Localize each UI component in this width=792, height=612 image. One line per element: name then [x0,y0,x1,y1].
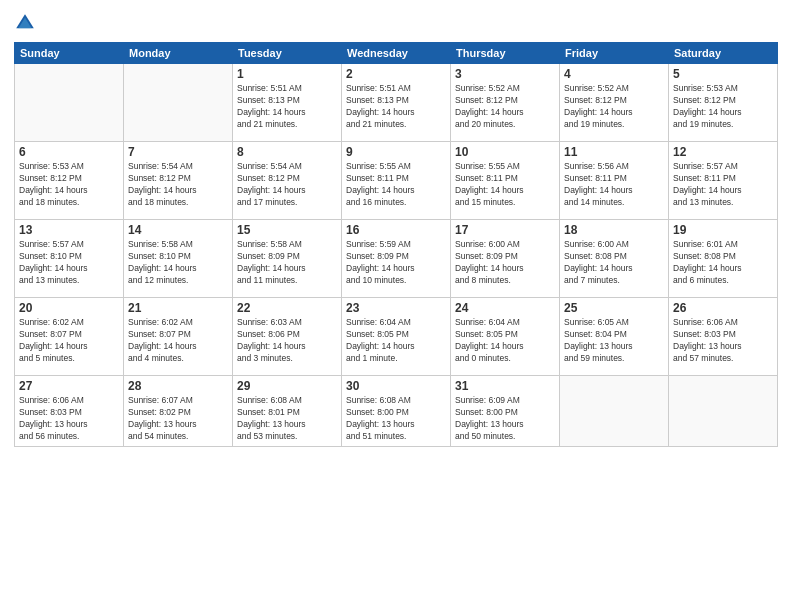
day-number: 13 [19,223,119,237]
calendar-week-row: 1Sunrise: 5:51 AM Sunset: 8:13 PM Daylig… [15,64,778,142]
calendar-cell: 31Sunrise: 6:09 AM Sunset: 8:00 PM Dayli… [451,376,560,447]
calendar-cell: 12Sunrise: 5:57 AM Sunset: 8:11 PM Dayli… [669,142,778,220]
calendar-cell: 30Sunrise: 6:08 AM Sunset: 8:00 PM Dayli… [342,376,451,447]
calendar-cell: 10Sunrise: 5:55 AM Sunset: 8:11 PM Dayli… [451,142,560,220]
day-number: 9 [346,145,446,159]
day-info: Sunrise: 6:04 AM Sunset: 8:05 PM Dayligh… [346,317,446,365]
weekday-header: Thursday [451,43,560,64]
weekday-header: Wednesday [342,43,451,64]
day-number: 25 [564,301,664,315]
day-number: 31 [455,379,555,393]
calendar-cell: 22Sunrise: 6:03 AM Sunset: 8:06 PM Dayli… [233,298,342,376]
calendar-cell: 5Sunrise: 5:53 AM Sunset: 8:12 PM Daylig… [669,64,778,142]
day-info: Sunrise: 6:05 AM Sunset: 8:04 PM Dayligh… [564,317,664,365]
day-info: Sunrise: 5:56 AM Sunset: 8:11 PM Dayligh… [564,161,664,209]
calendar-cell: 21Sunrise: 6:02 AM Sunset: 8:07 PM Dayli… [124,298,233,376]
day-number: 4 [564,67,664,81]
day-info: Sunrise: 6:02 AM Sunset: 8:07 PM Dayligh… [128,317,228,365]
calendar-cell: 23Sunrise: 6:04 AM Sunset: 8:05 PM Dayli… [342,298,451,376]
weekday-header: Friday [560,43,669,64]
calendar-cell: 15Sunrise: 5:58 AM Sunset: 8:09 PM Dayli… [233,220,342,298]
calendar-cell: 4Sunrise: 5:52 AM Sunset: 8:12 PM Daylig… [560,64,669,142]
calendar-cell: 27Sunrise: 6:06 AM Sunset: 8:03 PM Dayli… [15,376,124,447]
calendar-cell [15,64,124,142]
day-info: Sunrise: 5:57 AM Sunset: 8:10 PM Dayligh… [19,239,119,287]
calendar-cell: 17Sunrise: 6:00 AM Sunset: 8:09 PM Dayli… [451,220,560,298]
day-number: 16 [346,223,446,237]
calendar-cell: 28Sunrise: 6:07 AM Sunset: 8:02 PM Dayli… [124,376,233,447]
calendar-cell: 19Sunrise: 6:01 AM Sunset: 8:08 PM Dayli… [669,220,778,298]
day-info: Sunrise: 6:00 AM Sunset: 8:08 PM Dayligh… [564,239,664,287]
day-info: Sunrise: 6:08 AM Sunset: 8:01 PM Dayligh… [237,395,337,443]
day-info: Sunrise: 5:53 AM Sunset: 8:12 PM Dayligh… [673,83,773,131]
calendar-cell: 14Sunrise: 5:58 AM Sunset: 8:10 PM Dayli… [124,220,233,298]
day-number: 21 [128,301,228,315]
day-number: 12 [673,145,773,159]
calendar-cell: 20Sunrise: 6:02 AM Sunset: 8:07 PM Dayli… [15,298,124,376]
day-number: 18 [564,223,664,237]
header [14,12,778,34]
day-info: Sunrise: 6:00 AM Sunset: 8:09 PM Dayligh… [455,239,555,287]
calendar-cell: 26Sunrise: 6:06 AM Sunset: 8:03 PM Dayli… [669,298,778,376]
calendar-cell: 29Sunrise: 6:08 AM Sunset: 8:01 PM Dayli… [233,376,342,447]
logo-icon [14,12,36,34]
day-info: Sunrise: 5:54 AM Sunset: 8:12 PM Dayligh… [128,161,228,209]
calendar-cell [560,376,669,447]
day-number: 24 [455,301,555,315]
day-number: 19 [673,223,773,237]
calendar-cell: 25Sunrise: 6:05 AM Sunset: 8:04 PM Dayli… [560,298,669,376]
day-number: 20 [19,301,119,315]
calendar-cell: 3Sunrise: 5:52 AM Sunset: 8:12 PM Daylig… [451,64,560,142]
day-number: 27 [19,379,119,393]
weekday-header: Monday [124,43,233,64]
day-number: 10 [455,145,555,159]
calendar-cell: 2Sunrise: 5:51 AM Sunset: 8:13 PM Daylig… [342,64,451,142]
calendar-cell [124,64,233,142]
day-info: Sunrise: 5:59 AM Sunset: 8:09 PM Dayligh… [346,239,446,287]
calendar-cell: 11Sunrise: 5:56 AM Sunset: 8:11 PM Dayli… [560,142,669,220]
calendar-week-row: 27Sunrise: 6:06 AM Sunset: 8:03 PM Dayli… [15,376,778,447]
day-number: 3 [455,67,555,81]
day-info: Sunrise: 5:55 AM Sunset: 8:11 PM Dayligh… [346,161,446,209]
logo [14,12,40,34]
calendar-cell: 16Sunrise: 5:59 AM Sunset: 8:09 PM Dayli… [342,220,451,298]
weekday-header: Tuesday [233,43,342,64]
day-number: 11 [564,145,664,159]
weekday-header: Saturday [669,43,778,64]
day-info: Sunrise: 6:02 AM Sunset: 8:07 PM Dayligh… [19,317,119,365]
weekday-header-row: SundayMondayTuesdayWednesdayThursdayFrid… [15,43,778,64]
day-info: Sunrise: 5:57 AM Sunset: 8:11 PM Dayligh… [673,161,773,209]
day-number: 6 [19,145,119,159]
calendar-cell: 24Sunrise: 6:04 AM Sunset: 8:05 PM Dayli… [451,298,560,376]
day-info: Sunrise: 6:01 AM Sunset: 8:08 PM Dayligh… [673,239,773,287]
day-info: Sunrise: 5:54 AM Sunset: 8:12 PM Dayligh… [237,161,337,209]
day-info: Sunrise: 6:09 AM Sunset: 8:00 PM Dayligh… [455,395,555,443]
day-number: 1 [237,67,337,81]
day-number: 5 [673,67,773,81]
day-number: 28 [128,379,228,393]
day-info: Sunrise: 5:58 AM Sunset: 8:10 PM Dayligh… [128,239,228,287]
page: SundayMondayTuesdayWednesdayThursdayFrid… [0,0,792,612]
day-info: Sunrise: 5:52 AM Sunset: 8:12 PM Dayligh… [455,83,555,131]
calendar-cell: 8Sunrise: 5:54 AM Sunset: 8:12 PM Daylig… [233,142,342,220]
calendar-cell: 1Sunrise: 5:51 AM Sunset: 8:13 PM Daylig… [233,64,342,142]
day-number: 15 [237,223,337,237]
day-info: Sunrise: 5:51 AM Sunset: 8:13 PM Dayligh… [237,83,337,131]
day-info: Sunrise: 6:06 AM Sunset: 8:03 PM Dayligh… [19,395,119,443]
day-number: 14 [128,223,228,237]
day-number: 26 [673,301,773,315]
day-number: 30 [346,379,446,393]
calendar-cell [669,376,778,447]
day-info: Sunrise: 6:04 AM Sunset: 8:05 PM Dayligh… [455,317,555,365]
calendar-cell: 13Sunrise: 5:57 AM Sunset: 8:10 PM Dayli… [15,220,124,298]
calendar-cell: 7Sunrise: 5:54 AM Sunset: 8:12 PM Daylig… [124,142,233,220]
day-info: Sunrise: 6:07 AM Sunset: 8:02 PM Dayligh… [128,395,228,443]
day-number: 17 [455,223,555,237]
day-info: Sunrise: 6:06 AM Sunset: 8:03 PM Dayligh… [673,317,773,365]
day-number: 2 [346,67,446,81]
day-number: 23 [346,301,446,315]
day-number: 22 [237,301,337,315]
day-info: Sunrise: 6:03 AM Sunset: 8:06 PM Dayligh… [237,317,337,365]
calendar-cell: 9Sunrise: 5:55 AM Sunset: 8:11 PM Daylig… [342,142,451,220]
calendar-cell: 18Sunrise: 6:00 AM Sunset: 8:08 PM Dayli… [560,220,669,298]
